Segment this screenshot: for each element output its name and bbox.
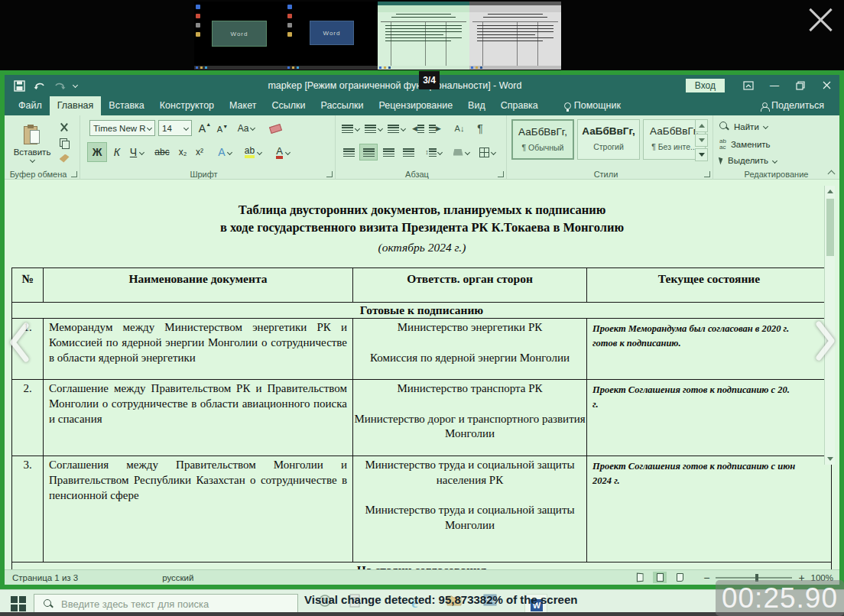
header-name: Наименование документа [44,268,353,303]
font-color-button[interactable]: А [270,143,296,161]
tab-review[interactable]: Рецензирование [372,96,461,115]
multilevel-list-button[interactable] [386,122,406,135]
clipboard-dialog-launcher[interactable] [71,171,77,177]
save-icon[interactable] [14,80,26,91]
thumbnail-4-document-gray[interactable] [469,2,561,70]
decrease-indent-button[interactable]: ◀ [411,122,426,135]
italic-button[interactable]: К [109,143,125,161]
ribbon-display-options-icon[interactable] [735,75,761,96]
align-right-button[interactable] [380,144,397,160]
font-size-combo[interactable]: 14 [158,120,192,136]
language-indicator[interactable]: русский [154,573,201,582]
thumbnail-2-word-splash[interactable]: Word [286,2,378,70]
show-paragraph-marks-button[interactable]: ¶ [473,122,487,135]
section-title[interactable]: Готовые к подписанию [12,303,832,319]
share-button[interactable]: Поделиться [753,96,832,115]
restore-button[interactable] [787,75,813,96]
zoom-slider[interactable] [716,577,792,579]
print-layout-icon[interactable] [653,572,667,583]
thumbnail-3-document-green[interactable] [378,2,469,70]
zoom-out-button[interactable]: − [703,572,709,584]
signin-button[interactable]: Вход [686,79,725,92]
tab-home[interactable]: Главная [50,96,102,115]
change-case-button[interactable]: Aa [235,120,258,136]
bold-button[interactable]: Ж [88,143,106,161]
style-strict[interactable]: АаБбВвГг, Строгий [577,119,640,160]
justify-button[interactable] [400,144,417,160]
status-bar: Страница 1 из 3 русский − + 100% [5,569,839,585]
clear-formatting-button[interactable] [267,122,284,135]
minimize-button[interactable]: — [761,75,787,96]
find-button[interactable]: Найти [719,122,768,131]
prev-screenshot-icon[interactable] [6,319,32,368]
text-effects-button[interactable]: А [213,143,236,161]
tab-view[interactable]: Вид [460,96,493,115]
desktop-icons [287,5,294,41]
tab-references[interactable]: Ссылки [264,96,313,115]
visual-change-overlay-text: Visual change detected: 95,873382% of th… [304,593,577,606]
web-layout-icon[interactable] [673,572,687,583]
borders-button[interactable] [476,144,498,160]
font-name-combo[interactable]: Times New R [89,120,155,136]
underline-button[interactable]: Ч [126,143,148,161]
timer-overlay: 00:25.90 [716,580,844,616]
ribbon-tabs: Файл Главная Вставка Конструктор Макет С… [5,96,839,115]
quick-access-toolbar [5,80,104,91]
shading-button[interactable] [450,144,472,160]
scroll-down-icon[interactable] [826,454,835,464]
customize-qat-icon[interactable] [73,83,78,88]
numbering-button[interactable] [363,122,383,135]
next-screenshot-icon[interactable] [813,318,839,367]
cut-button[interactable] [57,122,72,134]
line-spacing-button[interactable]: ↕ [423,144,444,160]
styles-scroll-up-icon[interactable] [695,119,708,132]
document-table: № Наименование документа Ответств. орган… [11,267,832,569]
document-page[interactable]: Таблица двусторонних документов, планиру… [5,180,839,569]
copy-button[interactable] [57,137,72,149]
close-button[interactable] [813,75,839,96]
highlight-color-button[interactable]: ab [239,143,267,161]
replace-button[interactable]: abac Заменить [719,138,771,151]
tab-layout[interactable]: Макет [222,96,264,115]
read-mode-icon[interactable] [633,572,647,583]
section-title[interactable]: На стадии согласования [12,563,832,570]
redo-icon[interactable] [54,80,66,91]
close-viewer-icon[interactable] [807,5,833,31]
tab-file[interactable]: Файл [11,96,50,115]
group-label-editing: Редактирование [713,170,839,179]
page-indicator[interactable]: Страница 1 из 3 [5,573,86,582]
taskbar-search-input[interactable]: Введите здесь текст для поиска [34,594,298,614]
scrollbar-thumb[interactable] [826,199,834,256]
font-dialog-launcher[interactable] [326,171,333,177]
align-center-button[interactable] [360,144,377,160]
subscript-button[interactable]: x₂ [175,143,190,161]
style-normal[interactable]: АаБбВвГг, ¶ Обычный [511,119,574,160]
strikethrough-button[interactable]: abc [151,143,174,161]
increase-indent-button[interactable]: ▶ [427,122,443,135]
styles-dialog-launcher[interactable] [704,171,710,177]
start-button[interactable] [11,596,26,611]
tab-help[interactable]: Справка [493,96,546,115]
sort-button[interactable]: А↓ [450,122,469,135]
superscript-button[interactable]: x² [192,143,207,161]
scroll-up-icon[interactable] [826,186,835,196]
undo-icon[interactable] [34,80,46,91]
paste-button[interactable]: Вставить [12,118,52,167]
paragraph-dialog-launcher[interactable] [498,171,504,177]
tab-insert[interactable]: Вставка [101,96,151,115]
tab-mailings[interactable]: Рассылки [313,96,371,115]
styles-gallery-more-icon[interactable] [695,148,708,161]
styles-scroll-down-icon[interactable] [695,134,708,147]
collapse-ribbon-icon[interactable] [828,170,836,176]
bullets-button[interactable] [340,122,360,135]
section-row-ready: Готовые к подписанию [12,303,832,319]
grow-font-button[interactable]: A▲ [196,120,213,136]
shrink-font-button[interactable]: A▼ [215,122,230,136]
tab-assistant[interactable]: Помощник [557,96,628,115]
numbered-list-icon [365,125,376,133]
align-left-button[interactable] [340,144,357,160]
thumbnail-1-word-splash[interactable]: Word [194,2,286,70]
select-button[interactable]: Выделить [719,156,777,165]
format-painter-button[interactable] [57,152,72,164]
tab-design[interactable]: Конструктор [152,96,222,115]
